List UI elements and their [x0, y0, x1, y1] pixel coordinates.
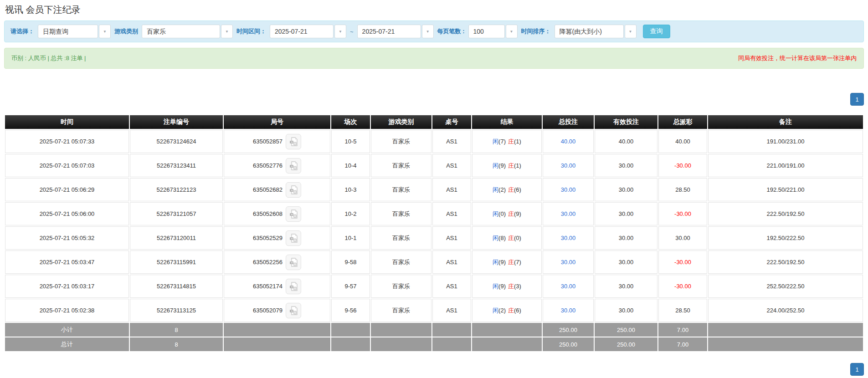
video-replay-button[interactable]: [286, 279, 301, 294]
cell-bet-id: 522673113125: [130, 299, 223, 322]
column-header-round: 局号: [224, 115, 330, 129]
cell-result: 闲(2)庄(6): [472, 299, 542, 322]
video-replay-button[interactable]: [286, 182, 301, 198]
video-replay-button[interactable]: [286, 134, 301, 149]
cell-round: 635052256: [224, 250, 330, 274]
page-number-button[interactable]: 1: [850, 363, 864, 376]
cell-result: 闲(0)庄(9): [472, 202, 542, 225]
cell-remark: 191.00/231.00: [708, 130, 863, 153]
cell-valid-bet: 30.00: [595, 275, 657, 298]
cell-table: AS1: [432, 275, 471, 298]
cell-total-bet: 30.00: [543, 154, 594, 177]
game-type-select[interactable]: 百家乐 ▼: [142, 25, 233, 38]
cell-session: 9-56: [331, 299, 370, 322]
cell-table: AS1: [432, 250, 471, 274]
cell-bet-id: 522673123411: [130, 154, 223, 177]
chevron-down-icon[interactable]: ▼: [99, 25, 111, 38]
cell-game: 百家乐: [371, 250, 431, 274]
subtotal-label: 小计: [5, 323, 129, 337]
column-header-remark: 备注: [708, 115, 863, 129]
page-number-button[interactable]: 1: [850, 93, 864, 106]
total-bet-link[interactable]: 30.00: [561, 283, 576, 290]
video-replay-button[interactable]: [286, 303, 301, 318]
cell-bet-id: 522673115991: [130, 250, 223, 274]
cell-payout: 28.50: [658, 178, 707, 201]
cell-bet-id: 522673121057: [130, 202, 223, 225]
cell-valid-bet: 30.00: [595, 226, 657, 250]
cell-game: 百家乐: [371, 130, 431, 153]
cell-time: 2025-07-21 05:06:29: [5, 178, 129, 201]
video-replay-icon: [288, 137, 298, 147]
table-row: 2025-07-21 05:07:33 522673124624 6350528…: [5, 130, 863, 153]
video-replay-button[interactable]: [286, 230, 301, 246]
chevron-down-icon[interactable]: ▼: [334, 25, 346, 38]
video-replay-icon: [288, 306, 298, 316]
cell-valid-bet: 30.00: [595, 178, 657, 201]
total-bet-link[interactable]: 30.00: [561, 162, 576, 169]
player-result-label: 闲: [493, 210, 498, 217]
banker-result-label: 庄: [508, 210, 514, 217]
cell-table: AS1: [432, 202, 471, 225]
column-header-valid-bet: 有效投注: [595, 115, 657, 129]
player-result-label: 闲: [493, 259, 498, 266]
chevron-down-icon[interactable]: ▼: [506, 25, 518, 38]
banker-result-label: 庄: [508, 186, 514, 193]
cell-time: 2025-07-21 05:03:47: [5, 250, 129, 274]
cell-table: AS1: [432, 178, 471, 201]
total-bet-link[interactable]: 30.00: [561, 210, 576, 217]
video-replay-icon: [288, 233, 298, 243]
table-row: 2025-07-21 05:02:38 522673113125 6350520…: [5, 299, 863, 322]
column-header-game: 游戏类别: [371, 115, 431, 129]
table-row: 2025-07-21 05:03:17 522673114815 6350521…: [5, 275, 863, 298]
cell-result: 闲(2)庄(6): [472, 178, 542, 201]
table-row: 2025-07-21 05:07:03 522673123411 6350527…: [5, 154, 863, 177]
time-sort-value: 降冪(由大到小): [555, 25, 624, 38]
cell-round: 635052857: [224, 130, 330, 153]
cell-valid-bet: 30.00: [595, 299, 657, 322]
total-bet-link[interactable]: 30.00: [561, 186, 576, 193]
cell-bet-id: 522673124624: [130, 130, 223, 153]
video-replay-button[interactable]: [286, 158, 301, 174]
date-from-select[interactable]: 2025-07-21 ▼: [270, 25, 346, 38]
total-label: 总计: [5, 337, 129, 351]
cell-time: 2025-07-21 05:05:32: [5, 226, 129, 250]
search-button[interactable]: 查询: [643, 25, 670, 38]
cell-table: AS1: [432, 299, 471, 322]
column-header-session: 场次: [331, 115, 370, 129]
video-replay-icon: [288, 185, 298, 195]
subtotal-row: 小计 8 250.00 250.00 7.00: [5, 323, 863, 337]
table-row: 2025-07-21 05:06:00 522673121057 6350526…: [5, 202, 863, 225]
cell-valid-bet: 30.00: [595, 154, 657, 177]
time-sort-select[interactable]: 降冪(由大到小) ▼: [555, 25, 637, 38]
cell-total-bet: 40.00: [543, 130, 594, 153]
total-bet-link[interactable]: 30.00: [561, 235, 576, 241]
video-replay-button[interactable]: [286, 255, 301, 270]
banker-result-label: 庄: [508, 283, 514, 290]
cell-valid-bet: 30.00: [595, 250, 657, 274]
total-bet-link[interactable]: 40.00: [561, 138, 576, 145]
game-type-label: 游戏类别: [114, 27, 138, 36]
column-header-bet-id: 注单编号: [130, 115, 223, 129]
cell-total-bet: 30.00: [543, 202, 594, 225]
banker-result-label: 庄: [508, 235, 514, 241]
total-bet-link[interactable]: 30.00: [561, 259, 576, 266]
player-result-label: 闲: [493, 235, 498, 241]
page-size-select[interactable]: 100 ▼: [468, 25, 518, 38]
total-bet-link[interactable]: 30.00: [561, 307, 576, 314]
chevron-down-icon[interactable]: ▼: [221, 25, 233, 38]
date-to-select[interactable]: 2025-07-21 ▼: [357, 25, 434, 38]
cell-remark: 252.50/222.50: [708, 275, 863, 298]
cell-bet-id: 522673120011: [130, 226, 223, 250]
query-type-value: 日期查询: [38, 25, 98, 38]
cell-table: AS1: [432, 154, 471, 177]
summary-bar: 币别 : 人民币 | 总共 :8 注单 | 同局有效投注，统一计算在该局第一张注…: [4, 48, 864, 69]
column-header-result: 结果: [472, 115, 542, 129]
chevron-down-icon[interactable]: ▼: [422, 25, 434, 38]
cell-round: 635052682: [224, 178, 330, 201]
banker-result-label: 庄: [508, 162, 514, 169]
cell-payout: 28.50: [658, 299, 707, 322]
video-replay-icon: [288, 257, 298, 267]
query-type-select[interactable]: 日期查询 ▼: [38, 25, 111, 38]
video-replay-button[interactable]: [286, 206, 301, 222]
chevron-down-icon[interactable]: ▼: [625, 25, 637, 38]
